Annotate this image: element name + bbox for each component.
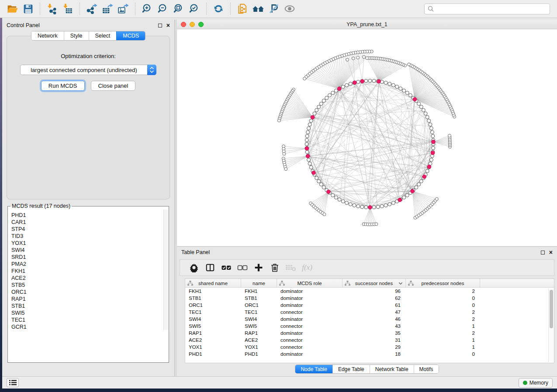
show-hide-preview-button[interactable]	[282, 2, 298, 16]
table-row[interactable]: STB1STB1dominator620	[185, 295, 554, 302]
node-table[interactable]: shared namenameMCDS rolesuccessor nodesp…	[185, 279, 554, 363]
table-row[interactable]: FKH1FKH1dominator962	[185, 288, 554, 295]
table-row[interactable]: YOX1YOX1connector291	[185, 344, 554, 351]
mcds-result-item[interactable]: ACE2	[11, 275, 169, 282]
export-image-button[interactable]	[115, 2, 131, 16]
tab-style[interactable]: Style	[64, 31, 89, 40]
column-header-label: successor nodes	[355, 281, 393, 286]
close-panel-icon[interactable]: ×	[166, 24, 170, 28]
mcds-result-item[interactable]: RAP1	[11, 296, 169, 303]
table-row[interactable]: ORC1ORC1dominator610	[185, 302, 554, 309]
zoom-fit-button[interactable]	[171, 2, 187, 16]
table-tab-network-table[interactable]: Network Table	[370, 365, 414, 373]
tab-mcds[interactable]: MCDS	[116, 31, 145, 40]
tab-select[interactable]: Select	[89, 31, 117, 40]
table-row[interactable]: TEC1TEC1connector472	[185, 309, 554, 316]
share-network-button[interactable]	[235, 2, 250, 16]
import-table-button[interactable]	[60, 2, 76, 16]
table-panel-title: Table Panel	[181, 249, 210, 255]
export-table-button[interactable]	[100, 2, 115, 16]
mcds-result-item[interactable]: TEC1	[11, 316, 169, 323]
mcds-result-item[interactable]: YOX1	[11, 240, 169, 247]
task-history-button[interactable]	[7, 378, 19, 387]
mcds-result-item[interactable]: STB1	[11, 303, 169, 309]
cell-successor-nodes: 61	[343, 303, 406, 308]
mcds-result-item[interactable]: SWI4	[11, 247, 169, 254]
cell-MCDS-role: connector	[277, 344, 343, 350]
table-row[interactable]: ACE2ACE2connector311	[185, 337, 554, 344]
cell-shared-name: ORC1	[185, 303, 241, 308]
save-session-button[interactable]	[20, 2, 36, 16]
mcds-result-item[interactable]: CAR1	[11, 219, 169, 226]
cell-name: ACE2	[241, 337, 277, 343]
criterion-dropdown[interactable]: largest connected component (undirected)	[20, 65, 156, 75]
table-row[interactable]: SWI4SWI4dominator462	[185, 316, 554, 323]
network-window-titlebar[interactable]: YPA_prune.txt_1	[177, 20, 557, 29]
mcds-result-item[interactable]: GCR1	[11, 323, 169, 330]
cell-name: SWI4	[241, 316, 277, 322]
cell-predecessor-nodes: 2	[406, 316, 480, 322]
export-network-button[interactable]	[84, 2, 100, 16]
mcds-result-item[interactable]: SWI5	[11, 309, 169, 316]
toolbar-separator	[230, 3, 231, 15]
table-row[interactable]: SWI5SWI5connector431	[185, 323, 554, 330]
homes-icon	[252, 3, 264, 14]
show-all-networks-button[interactable]	[250, 2, 266, 16]
mcds-result-item[interactable]: PMA2	[11, 261, 169, 268]
mcds-result-item[interactable]: ORC1	[11, 289, 169, 296]
cell-predecessor-nodes: 0	[406, 351, 480, 357]
column-header-name[interactable]: name	[241, 279, 277, 287]
table-settings-button[interactable]	[189, 262, 199, 273]
column-header-MCDS-role[interactable]: MCDS role	[277, 279, 343, 287]
zoom-selected-button[interactable]	[187, 2, 202, 16]
deselect-all-rows-button[interactable]	[237, 262, 248, 273]
mcds-result-item[interactable]: STP4	[11, 226, 169, 233]
import-table-icon	[62, 3, 73, 14]
table-row[interactable]: PHD1PHD1dominator180	[185, 351, 554, 358]
table-scrollbar[interactable]	[548, 288, 554, 362]
cell-shared-name: STB1	[185, 296, 241, 301]
table-row[interactable]: RAP1RAP1dominator352	[185, 330, 554, 337]
table-tab-motifs[interactable]: Motifs	[414, 365, 439, 373]
column-header-successor-nodes[interactable]: successor nodes	[343, 279, 406, 287]
table-tab-edge-table[interactable]: Edge Table	[332, 365, 370, 373]
column-header-predecessor-nodes[interactable]: predecessor nodes	[406, 279, 480, 287]
mcds-result-item[interactable]: TID3	[11, 233, 169, 240]
main-toolbar	[0, 0, 557, 18]
zoom-in-button[interactable]	[139, 2, 155, 16]
tab-network[interactable]: Network	[31, 31, 64, 40]
close-panel-button[interactable]: Close panel	[91, 81, 136, 91]
cell-name: FKH1	[241, 289, 277, 294]
close-table-panel-icon[interactable]: ×	[549, 251, 553, 254]
search-input[interactable]	[436, 6, 547, 12]
float-panel-icon[interactable]	[158, 24, 162, 28]
toggle-column-view-button[interactable]	[205, 262, 215, 273]
export-table-icon	[102, 3, 113, 14]
delete-table-button	[286, 262, 296, 273]
memory-button[interactable]: Memory	[519, 378, 553, 388]
mcds-result-item[interactable]: PHD1	[11, 212, 169, 219]
zoom-out-button[interactable]	[155, 2, 171, 16]
search-box[interactable]	[424, 3, 550, 14]
select-all-rows-button[interactable]	[221, 262, 232, 273]
cell-successor-nodes: 35	[343, 330, 406, 336]
mcds-result-item[interactable]: SRD1	[11, 254, 169, 261]
mcds-result-item[interactable]: STB5	[11, 282, 169, 289]
refresh-layout-button[interactable]	[211, 2, 226, 16]
import-network-button[interactable]	[44, 2, 60, 16]
cell-predecessor-nodes: 1	[406, 323, 480, 329]
control-panel-tabs: NetworkStyleSelectMCDS	[2, 31, 174, 41]
network-canvas[interactable]	[177, 29, 557, 246]
table-tab-node-table[interactable]: Node Table	[295, 365, 332, 373]
cell-successor-nodes: 47	[343, 309, 406, 315]
run-mcds-button[interactable]: Run MCDS	[41, 81, 85, 91]
delete-column-button[interactable]	[270, 262, 280, 273]
toggle-styles-button[interactable]	[266, 2, 282, 16]
result-scrollbar[interactable]	[163, 210, 168, 330]
float-table-panel-icon[interactable]	[541, 251, 545, 254]
mcds-result-item[interactable]: FKH1	[11, 268, 169, 275]
open-session-button[interactable]	[4, 2, 20, 16]
cell-name: SWI5	[241, 323, 277, 329]
column-header-shared-name[interactable]: shared name	[185, 279, 241, 287]
create-column-button[interactable]	[253, 262, 264, 273]
